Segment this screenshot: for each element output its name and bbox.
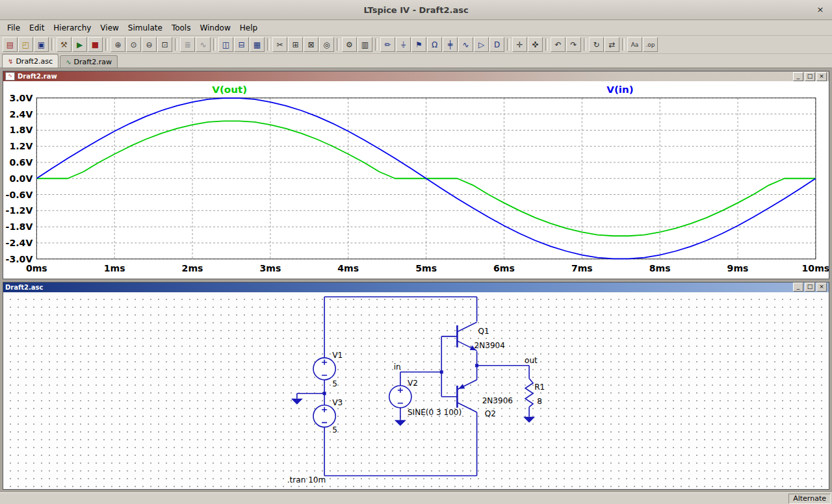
menu-simulate[interactable]: Simulate [124, 21, 167, 34]
place-net-label-icon[interactable]: ⚑ [411, 37, 426, 52]
toolbar: ▤◰▣⚒▶■⊕⊙⊖⊡≣∿◫⊟▦✂⊞⊠◎⚙▥✏⏚⚑Ω╪∿▷D✛✜↶↷↻⇄Aa.op [0, 36, 832, 54]
tab-label: Draft2.asc [16, 57, 53, 66]
draw-wire-icon[interactable]: ✏ [380, 37, 395, 52]
redo-icon[interactable]: ↷ [566, 37, 581, 52]
tabbar: ↯Draft2.asc∿Draft2.raw [0, 54, 832, 68]
net-label-out[interactable]: out [525, 355, 538, 364]
x-tick-label: 9ms [727, 263, 749, 273]
print-icon[interactable]: ▥ [358, 37, 372, 52]
tile-vertically-icon[interactable]: ◫ [218, 37, 233, 52]
spice-netlist-icon[interactable]: ≣ [180, 37, 195, 52]
component-v2[interactable] [389, 385, 411, 407]
x-tick-label: 10ms [802, 263, 829, 273]
cut-icon[interactable]: ✂ [272, 37, 287, 52]
mirror-icon[interactable]: ⇄ [604, 37, 619, 52]
place-diode-icon[interactable]: ▷ [474, 37, 489, 52]
y-tick-label: 3.0V [9, 93, 32, 103]
menu-hierarchy[interactable]: Hierarchy [49, 21, 96, 34]
waveform-pane[interactable]: 3.0V2.4V1.8V1.2V0.6V0.0V-0.6V-1.2V-1.8V-… [3, 81, 829, 279]
control-panel-icon[interactable]: ⚒ [57, 37, 72, 52]
print-setup-icon[interactable]: ⚙ [342, 37, 357, 52]
maximize-button[interactable]: □ [805, 72, 815, 81]
close-button[interactable]: × [816, 72, 827, 81]
place-capacitor-icon[interactable]: ╪ [443, 37, 458, 52]
y-tick-label: 0.0V [9, 173, 32, 184]
legend-V(in)[interactable]: V(in) [606, 84, 633, 95]
q2-value[interactable]: 2N3906 [482, 396, 513, 405]
tile-horizontally-icon[interactable]: ⊟ [234, 37, 249, 52]
spice-directive-icon[interactable]: .op [643, 37, 658, 52]
add-text-icon[interactable]: Aa [627, 37, 642, 52]
net-label-in[interactable]: in [394, 362, 401, 371]
find-icon[interactable]: ◎ [319, 37, 334, 52]
r1-ref[interactable]: R1 [534, 382, 545, 391]
maximize-button[interactable]: □ [805, 283, 815, 292]
minimize-button[interactable]: _ [793, 72, 803, 81]
copy-icon[interactable]: ⊞ [288, 37, 303, 52]
place-ground-icon[interactable]: ⏚ [396, 37, 411, 52]
new-schematic-icon[interactable]: ▤ [3, 37, 18, 52]
q1-value[interactable]: 2N3904 [474, 340, 505, 349]
open-file-icon[interactable]: ◰ [18, 37, 33, 52]
v2-value[interactable]: SINE(0 3 100) [408, 407, 462, 416]
save-icon[interactable]: ▣ [34, 37, 49, 52]
place-component-icon[interactable]: D [489, 37, 504, 52]
v3-value[interactable]: 5 [332, 425, 337, 434]
place-inductor-icon[interactable]: ∿ [458, 37, 473, 52]
visible-traces-icon[interactable]: ∿ [196, 37, 211, 52]
ground-icon[interactable] [395, 420, 406, 425]
drag-icon[interactable]: ✜ [528, 37, 543, 52]
v1-ref[interactable]: V1 [332, 350, 343, 359]
waveform-plot[interactable]: 3.0V2.4V1.8V1.2V0.6V0.0V-0.6V-1.2V-1.8V-… [3, 81, 829, 279]
menu-help[interactable]: Help [235, 21, 262, 34]
y-tick-label: -1.2V [6, 205, 33, 216]
cascade-windows-icon[interactable]: ▦ [250, 37, 265, 52]
junction-dot [323, 392, 326, 395]
zoom-back-icon[interactable]: ⊙ [126, 37, 141, 52]
schematic-pane[interactable]: V1 5 V3 5 V2 SINE(0 3 100) [3, 292, 829, 490]
zoom-full-extents-icon[interactable]: ⊡ [157, 37, 172, 52]
menu-window[interactable]: Window [195, 21, 235, 34]
window-close-button[interactable]: × [815, 5, 826, 15]
schematic-canvas[interactable]: V1 5 V3 5 V2 SINE(0 3 100) [3, 292, 829, 490]
r1-value[interactable]: 8 [537, 396, 542, 405]
rotate-icon[interactable]: ↻ [589, 37, 604, 52]
menu-edit[interactable]: Edit [25, 21, 49, 34]
run-simulation-icon[interactable]: ▶ [72, 37, 87, 52]
spice-directive-text[interactable]: .tran 10m [287, 475, 326, 484]
tab-draft2.asc[interactable]: ↯Draft2.asc [2, 54, 58, 68]
y-tick-label: 0.6V [9, 157, 32, 168]
legend-V(out)[interactable]: V(out) [212, 84, 247, 95]
y-tick-label: -2.4V [6, 238, 33, 248]
component-r1[interactable] [525, 378, 533, 407]
ground-icon[interactable] [523, 416, 535, 422]
paste-icon[interactable]: ⊠ [304, 37, 318, 52]
undo-icon[interactable]: ↶ [551, 37, 566, 52]
component-v1[interactable] [313, 357, 335, 379]
waveform-titlebar[interactable]: ∿ Draft2.raw _ □ × [3, 71, 829, 81]
ground-icon[interactable] [291, 398, 303, 404]
close-button[interactable]: × [816, 283, 827, 292]
place-resistor-icon[interactable]: Ω [427, 37, 442, 52]
menu-file[interactable]: File [3, 21, 25, 34]
menu-tools[interactable]: Tools [167, 21, 196, 34]
y-tick-label: 1.8V [9, 125, 32, 135]
move-icon[interactable]: ✛ [512, 37, 527, 52]
schematic-window: Draft2.asc _ □ × V1 5 [3, 282, 829, 490]
v1-value[interactable]: 5 [332, 379, 337, 388]
minimize-button[interactable]: _ [793, 283, 803, 292]
x-tick-label: 8ms [649, 263, 671, 273]
zoom-in-icon[interactable]: ⊕ [110, 37, 125, 52]
v2-ref[interactable]: V2 [408, 378, 418, 387]
component-v3[interactable] [313, 405, 335, 427]
menu-view[interactable]: View [96, 21, 123, 34]
zoom-out-icon[interactable]: ⊖ [142, 37, 157, 52]
v3-ref[interactable]: V3 [332, 397, 343, 407]
r1-body[interactable] [525, 378, 533, 407]
schematic-titlebar[interactable]: Draft2.asc _ □ × [3, 283, 829, 292]
y-tick-label: -0.6V [6, 190, 33, 200]
halt-simulation-icon[interactable]: ■ [88, 37, 103, 52]
tab-draft2.raw[interactable]: ∿Draft2.raw [60, 55, 118, 68]
q2-ref[interactable]: Q2 [485, 409, 496, 418]
q1-ref[interactable]: Q1 [478, 326, 489, 335]
